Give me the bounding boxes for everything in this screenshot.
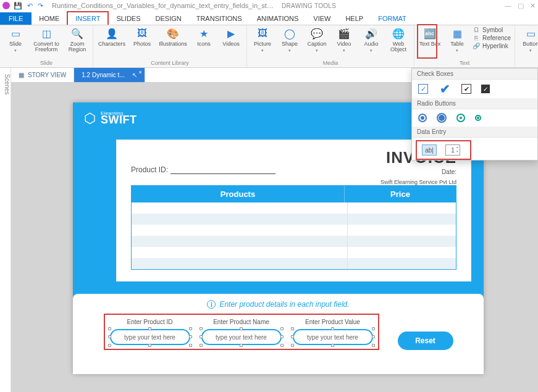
radio-style-3[interactable] — [456, 114, 465, 122]
shape-button[interactable]: ◯Shape▾ — [278, 27, 301, 53]
numeric-entry-option[interactable]: 1▴▾ — [445, 144, 460, 156]
tab-home[interactable]: HOME — [32, 12, 67, 25]
table-row — [132, 214, 456, 225]
symbol-button[interactable]: ΩSymbol — [473, 27, 511, 33]
group-text-label: Text — [460, 60, 470, 66]
gallery-data-entry-title: Data Entry — [412, 127, 537, 138]
cursor-icon: ↖ — [132, 72, 137, 78]
picture-icon: 🖼 — [256, 27, 269, 40]
characters-button[interactable]: 👤Characters — [97, 27, 127, 47]
tab-design[interactable]: DESIGN — [148, 12, 189, 25]
freeform-icon: ◫ — [40, 27, 53, 40]
reset-button[interactable]: Reset — [398, 332, 453, 350]
checkbox-style-1[interactable]: ✓ — [418, 84, 428, 94]
close-tab-icon[interactable]: × — [138, 69, 141, 75]
slide-tab-active[interactable]: 1.2 Dynamic t...↖× — [74, 68, 145, 82]
product-id-line — [170, 173, 275, 174]
checkbox-style-3[interactable]: ✔ — [461, 84, 471, 94]
tab-insert[interactable]: INSERT — [67, 11, 109, 25]
tab-animations[interactable]: ANIMATIONS — [250, 12, 306, 25]
tab-format[interactable]: FORMAT — [371, 12, 414, 25]
radio-style-1[interactable] — [418, 114, 427, 122]
label-product-value: Enter Product Value — [305, 319, 360, 325]
minimize-icon[interactable]: — — [505, 2, 511, 10]
document-filename: Runtime_Conditions_or_Variables_for_dyna… — [52, 2, 274, 9]
story-view-tab[interactable]: ▦STORY VIEW — [11, 68, 74, 82]
convert-freeform-button[interactable]: ◫Convert to Freeform — [31, 27, 62, 52]
photos-icon: 🖼 — [135, 27, 149, 40]
button-control-button[interactable]: ▭Button▾ — [519, 27, 538, 53]
tab-slides[interactable]: SLIDES — [109, 12, 148, 25]
invoice-title: INVOICE — [131, 148, 456, 167]
table-button[interactable]: ▦Table▾ — [445, 27, 469, 53]
invoice-company: Swift Elearning Service Pvt Ltd — [131, 179, 456, 185]
restore-icon[interactable]: ▢ — [518, 2, 524, 10]
video-button[interactable]: 🎬Video▾ — [332, 27, 356, 53]
tab-file[interactable]: FILE — [0, 12, 32, 25]
new-slide-button[interactable]: ▭Slide▾ — [4, 27, 27, 53]
entry-panel: iEnter product details in each input fie… — [73, 294, 484, 374]
reference-button[interactable]: ⎘Reference — [473, 35, 511, 41]
text-box-button[interactable]: 🔤Text Box — [418, 27, 442, 47]
radio-style-2[interactable] — [437, 113, 447, 123]
slide-icon: ▭ — [9, 27, 22, 40]
icons-button[interactable]: ★Icons — [192, 27, 216, 47]
characters-icon: 👤 — [105, 27, 119, 40]
group-slide-label: Slide — [40, 60, 53, 66]
brand-text: ElearningSWIFT — [101, 111, 137, 127]
swift-logo-icon: ⬡ — [84, 111, 96, 127]
placeholder-text: type your text here — [124, 334, 175, 341]
checkbox-style-4[interactable]: ✓ — [481, 85, 490, 93]
text-entry-product-name[interactable]: type your text here — [201, 329, 282, 345]
story-view-icon: ▦ — [19, 72, 24, 78]
videos-button[interactable]: ▶Videos — [219, 27, 243, 47]
tab-view[interactable]: VIEW — [306, 12, 338, 25]
radio-style-4[interactable] — [475, 115, 481, 121]
workspace: Scenes ▦STORY VIEW 1.2 Dynamic t...↖× ⬡ … — [0, 68, 538, 392]
hyperlink-button[interactable]: 🔗Hyperlink — [473, 43, 511, 49]
tab-help[interactable]: HELP — [338, 12, 371, 25]
caption-button[interactable]: 💬Caption▾ — [305, 27, 329, 53]
scenes-rail[interactable]: Scenes — [0, 68, 11, 392]
invoice-table: ProductsPrice — [131, 185, 456, 270]
checkbox-style-2[interactable]: ✔ — [438, 83, 452, 94]
zoom-icon: 🔍 — [70, 27, 84, 40]
ribbon: ▭Slide▾ ◫Convert to Freeform 🔍Zoom Regio… — [0, 25, 538, 68]
zoom-region-button[interactable]: 🔍Zoom Region — [65, 27, 89, 52]
data-entry-highlight: ab| 1▴▾ — [416, 140, 471, 160]
title-bar: 💾 ↶ ↷ Runtime_Conditions_or_Variables_fo… — [0, 0, 538, 11]
illustrations-button[interactable]: 🎨Illustrations — [158, 27, 188, 47]
info-icon: i — [207, 300, 216, 309]
close-icon[interactable]: ✕ — [530, 2, 536, 10]
redo-icon[interactable]: ↷ — [38, 2, 43, 10]
photos-button[interactable]: 🖼Photos — [130, 27, 154, 47]
table-row — [132, 236, 456, 247]
group-content-library-label: Content Library — [151, 60, 189, 66]
gallery-radios-title: Radio Buttons — [412, 98, 537, 109]
quick-access-toolbar: 💾 ↶ ↷ — [14, 2, 43, 10]
gallery-checks-title: Check Boxes — [412, 69, 537, 80]
symbol-icon: Ω — [473, 27, 480, 33]
text-entry-option[interactable]: ab| — [422, 144, 437, 156]
undo-icon[interactable]: ↶ — [27, 2, 33, 10]
caption-icon: 💬 — [310, 27, 324, 40]
videos-icon: ▶ — [224, 27, 238, 40]
label-product-name: Enter Product Name — [213, 319, 269, 325]
table-row — [132, 202, 456, 214]
web-icon: 🌐 — [392, 27, 405, 40]
text-entry-product-id[interactable]: type your text here — [110, 329, 190, 345]
textbox-icon: 🔤 — [423, 27, 437, 40]
video-icon: 🎬 — [337, 27, 351, 40]
canvas-area[interactable]: ▦STORY VIEW 1.2 Dynamic t...↖× ⬡ Elearni… — [11, 68, 538, 392]
app-icon — [2, 2, 10, 9]
audio-icon: 🔊 — [364, 27, 378, 40]
text-entry-product-value[interactable]: type your text here — [293, 329, 373, 345]
save-icon[interactable]: 💾 — [14, 2, 22, 10]
table-row — [132, 247, 456, 258]
contextual-tab-label: DRAWING TOOLS — [282, 2, 336, 9]
audio-button[interactable]: 🔊Audio▾ — [359, 27, 383, 53]
tab-transitions[interactable]: TRANSITIONS — [189, 12, 250, 25]
picture-button[interactable]: 🖼Picture▾ — [251, 27, 274, 53]
shape-icon: ◯ — [283, 27, 296, 40]
web-object-button[interactable]: 🌐Web Object — [387, 27, 410, 52]
